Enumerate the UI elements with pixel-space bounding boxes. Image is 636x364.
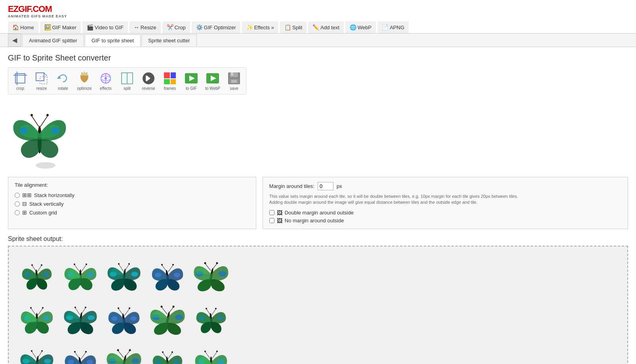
sprite-cell xyxy=(146,296,189,340)
svg-point-54 xyxy=(74,264,75,265)
svg-point-111 xyxy=(215,308,217,309)
margin-header: Margin around tiles: px xyxy=(269,182,621,190)
svg-line-109 xyxy=(211,309,216,315)
stack-vertically-radio[interactable] xyxy=(15,201,20,207)
reverse-icon xyxy=(141,71,156,85)
tool-resize[interactable]: resize xyxy=(31,69,52,93)
stack-horizontally-radio[interactable] xyxy=(15,193,20,198)
butterfly-preview-svg xyxy=(10,102,69,169)
nav-item-gif-optimizer[interactable]: ⚙️GIF Optimizer xyxy=(192,21,240,33)
home-nav-label: Home xyxy=(20,25,34,30)
sprite-cell xyxy=(59,253,102,296)
svg-point-103 xyxy=(161,305,163,307)
tool-frames[interactable]: frames xyxy=(160,69,180,93)
sprite-cell xyxy=(102,296,146,340)
svg-line-60 xyxy=(124,264,129,271)
subtab-gif-to-sprite-sheet[interactable]: GIF to sprite sheet xyxy=(85,34,141,47)
main-content: GIF to Sprite Sheet converter cropresize… xyxy=(0,47,636,364)
svg-text:GIF: GIF xyxy=(186,81,191,84)
svg-point-43 xyxy=(25,273,30,277)
margin-title: Margin around tiles: xyxy=(269,183,314,189)
margin-input[interactable] xyxy=(318,182,333,190)
tool-crop[interactable]: crop xyxy=(10,69,30,93)
nav-item-video-to-gif[interactable]: 🎬Video to GIF xyxy=(82,21,128,33)
svg-point-106 xyxy=(199,316,205,320)
double-margin-checkbox[interactable] xyxy=(269,210,274,215)
svg-point-104 xyxy=(173,305,175,307)
sprite-cell xyxy=(189,340,233,364)
svg-point-139 xyxy=(171,351,173,353)
sprite-cell xyxy=(59,296,102,340)
no-margin-option[interactable]: 🖼 No margin around outside xyxy=(269,218,621,224)
svg-point-110 xyxy=(206,308,207,309)
svg-point-114 xyxy=(44,359,51,364)
nav-item-gif-maker[interactable]: 🖼️GIF Maker xyxy=(40,21,81,33)
save-icon xyxy=(227,71,241,85)
svg-point-100 xyxy=(175,315,183,320)
tool-to-gif[interactable]: GIFto GIF xyxy=(181,69,202,93)
svg-line-37 xyxy=(32,116,39,127)
subtab-animated-gif-splitter[interactable]: Animated GIF splitter xyxy=(22,34,84,46)
svg-rect-20 xyxy=(164,72,170,78)
resize-nav-icon: ↔️ xyxy=(134,24,139,30)
nav-item-split[interactable]: 📋Split xyxy=(280,21,307,33)
svg-point-65 xyxy=(174,273,180,277)
reverse-label: reverse xyxy=(142,86,155,91)
logo[interactable]: EZGIF.COM ANIMATED GIFS MADE EASY xyxy=(8,13,67,19)
nav-item-resize[interactable]: ↔️Resize xyxy=(129,21,161,33)
sprite-cell xyxy=(189,253,233,296)
subtab-back-btn[interactable]: ◀ xyxy=(8,34,21,47)
svg-line-59 xyxy=(119,264,124,271)
main-nav: 🏠Home🖼️GIF Maker🎬Video to GIF↔️Resize✂️C… xyxy=(8,21,628,33)
svg-point-75 xyxy=(204,262,206,264)
nav-item-add-text[interactable]: ✏️Add text xyxy=(308,21,344,33)
stack-horizontally-option[interactable]: ⊞⊞ Stack horizontally xyxy=(15,192,249,198)
tool-rotate[interactable]: rotate xyxy=(53,69,73,93)
svg-point-142 xyxy=(218,359,224,364)
svg-point-41 xyxy=(36,162,55,169)
to-gif-icon: GIF xyxy=(184,71,198,85)
custom-grid-label: Custom grid xyxy=(29,210,57,216)
crop-nav-label: Crop xyxy=(175,25,186,30)
svg-point-117 xyxy=(31,350,32,352)
add-text-nav-icon: ✏️ xyxy=(312,24,319,30)
sprite-grid xyxy=(15,253,621,364)
svg-point-61 xyxy=(118,263,120,265)
nav-item-home[interactable]: 🏠Home xyxy=(8,21,38,33)
sprite-cell xyxy=(15,253,59,296)
tool-save[interactable]: save xyxy=(224,69,244,93)
crop-label: crop xyxy=(16,86,24,91)
tool-split[interactable]: split xyxy=(117,69,137,93)
svg-point-47 xyxy=(31,264,33,266)
svg-point-97 xyxy=(129,307,130,309)
svg-point-79 xyxy=(44,316,50,320)
nav-item-apng[interactable]: 📄APNG xyxy=(377,21,409,33)
nav-item-crop[interactable]: ✂️Crop xyxy=(162,21,190,33)
subtab-sprite-sheet-cutter[interactable]: Sprite sheet cutter xyxy=(141,34,197,46)
margin-panel: Margin around tiles: px This value sets … xyxy=(263,177,628,229)
custom-grid-option[interactable]: ⊞ Custom grid xyxy=(15,209,249,216)
nav-item-effects[interactable]: ✨Effects » xyxy=(242,21,278,33)
tool-to-webp[interactable]: to WebP xyxy=(202,69,223,93)
nav-item-webp[interactable]: 🌐WebP xyxy=(345,21,376,33)
no-margin-checkbox[interactable] xyxy=(269,218,274,223)
preview-area xyxy=(8,100,628,171)
effects-icon xyxy=(99,71,113,85)
sprite-cell xyxy=(15,296,59,340)
sprite-cell xyxy=(59,340,102,364)
resize-label: resize xyxy=(36,86,47,91)
svg-rect-31 xyxy=(231,72,233,76)
svg-point-40 xyxy=(46,114,49,116)
stack-vertically-option[interactable]: ⊟ Stack vertically xyxy=(15,201,249,207)
double-margin-option[interactable]: 🖼 Double margin around outside xyxy=(269,210,621,216)
tool-reverse[interactable]: reverse xyxy=(138,69,159,93)
tool-optimize[interactable]: optimize xyxy=(74,69,95,93)
custom-grid-radio[interactable] xyxy=(15,210,20,215)
tool-effects[interactable]: effects xyxy=(95,69,116,93)
svg-point-64 xyxy=(155,273,161,277)
svg-point-83 xyxy=(42,307,44,309)
svg-line-137 xyxy=(168,353,172,359)
svg-point-55 xyxy=(86,264,87,265)
sprite-cell xyxy=(102,253,146,296)
svg-line-46 xyxy=(37,265,42,272)
